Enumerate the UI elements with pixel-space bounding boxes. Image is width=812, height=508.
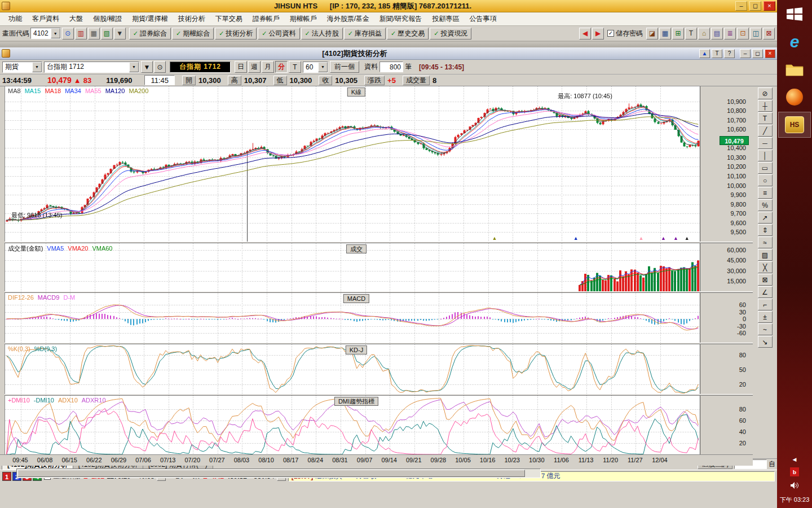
quick-button-6[interactable]: ✓歷史交易 [387,28,429,40]
tag-button[interactable]: T [712,49,722,58]
save-icon[interactable]: ▦ [88,28,100,40]
period-button-3[interactable]: 分 [275,61,288,73]
market-select[interactable]: 期貨 ▼ [2,62,42,73]
scrollbar-thumb[interactable] [17,470,525,477]
print-icon[interactable]: ▥ [75,28,87,40]
chart-scrollbar[interactable] [16,468,541,478]
grid-icon[interactable]: ▦ [659,28,671,40]
period-button-2[interactable]: 月 [262,61,274,73]
symbol-dropdown-icon[interactable]: ▼ [141,61,153,73]
screen-code-combo[interactable]: 4102 ▼ [30,28,61,39]
list-icon[interactable]: ▤ [711,28,723,40]
taskbar-clock[interactable]: 下午 03:23 [780,491,810,508]
delete-drawing-icon[interactable]: ⊠ [758,274,773,286]
chevron-down-icon[interactable]: ▼ [318,62,328,72]
vertical-line-icon[interactable]: │ [758,150,773,161]
price-chart-canvas[interactable] [5,86,700,242]
next-screen-icon[interactable]: ▶ [592,28,604,40]
period-button-1[interactable]: 週 [248,61,261,73]
previous-button[interactable]: 前一個 [330,61,359,73]
start-button[interactable] [778,1,811,27]
hts-taskbar-icon[interactable]: HS [778,112,811,138]
media-player-icon[interactable] [778,84,811,110]
volume-icon[interactable] [790,481,799,491]
internet-explorer-icon[interactable]: e [778,29,811,55]
trendline-icon[interactable]: ╱ [758,125,773,137]
menu-item-5[interactable]: 技術分析 [173,12,210,25]
menu-item-9[interactable]: 海外股票/基金 [322,12,374,25]
wave-line-icon[interactable]: ≈ [758,237,773,248]
chevron-down-icon[interactable]: ▼ [51,28,60,38]
rectangle-icon[interactable]: ▭ [758,162,773,174]
chevron-down-icon[interactable]: ▼ [129,62,139,72]
more-options-icon[interactable]: ▼ [114,28,126,40]
symbol-search-icon[interactable]: ⊙ [154,61,166,73]
quick-button-2[interactable]: ✓技術分析 [215,28,257,40]
chevron-down-icon[interactable]: ▼ [32,62,42,72]
tray-app-icon[interactable]: b [790,467,799,476]
search-icon[interactable]: ⊙ [62,28,74,40]
symbol-select[interactable]: 台指期 1712 ▼ [44,62,139,73]
annotate-icon[interactable]: ◪ [646,28,658,40]
menu-item-3[interactable]: 個股/權證 [88,12,127,25]
disable-draw-icon[interactable]: ⊘ [758,87,773,99]
parallel-channel-icon[interactable]: ≡ [758,187,773,199]
menu-item-8[interactable]: 期權帳戶 [285,12,322,25]
arrow-line-icon[interactable]: ↗ [758,212,773,224]
interval-select[interactable]: 60 ▼ [303,62,328,73]
quick-button-7[interactable]: ✓投資現況 [430,28,471,40]
window-restore-button[interactable]: ◻ [752,49,763,58]
menu-item-1[interactable]: 客戶資料 [27,12,64,25]
file-explorer-icon[interactable] [778,56,811,82]
menu-item-12[interactable]: 公告事項 [464,12,501,25]
quick-button-0[interactable]: ✓證券綜合 [129,28,171,40]
regression-icon[interactable]: ⇕ [758,224,773,236]
help-button[interactable]: ? [724,49,735,58]
minimize-button[interactable]: – [735,1,747,11]
text-tool-icon[interactable]: T [685,28,697,40]
quick-button-1[interactable]: ✓期權綜合 [172,28,214,40]
menu-item-10[interactable]: 新聞/研究報告 [374,12,427,25]
period-button-4[interactable]: T [289,61,301,73]
close-button[interactable]: × [764,1,775,11]
save-password-toggle[interactable]: ✓ 儲存密碼 [607,29,643,38]
menu-item-11[interactable]: 投顧專區 [427,12,464,25]
checkbox-checked-icon[interactable]: ✓ [607,30,614,37]
ellipse-icon[interactable]: ○ [758,174,773,186]
percent-line-icon[interactable]: % [758,199,773,211]
restore-button[interactable]: ◻ [749,1,761,11]
data-count-field[interactable]: 800 [379,62,403,72]
add-window-icon[interactable]: ⊞ [672,28,684,40]
horizontal-line-icon[interactable]: ─ [758,137,773,149]
crosshair-icon[interactable]: ┼ [758,100,773,112]
stddev-channel-icon[interactable]: ± [758,311,773,323]
gann-line-icon[interactable]: ⌐ [758,299,773,310]
fibonacci-grid-icon[interactable]: ▨ [758,249,773,261]
prev-screen-icon[interactable]: ◀ [579,28,591,40]
zigzag-icon[interactable]: ~ [758,323,773,335]
menu-item-2[interactable]: 大盤 [64,12,88,25]
show-hidden-icons[interactable]: ◀ [793,457,797,462]
layers-icon[interactable]: ≣ [724,28,736,40]
angle-line-icon[interactable]: ∠ [758,286,773,298]
menu-item-4[interactable]: 期貨/選擇權 [127,12,173,25]
window-close-button[interactable]: × [765,49,775,58]
quick-button-4[interactable]: ✓法人持股 [301,28,343,40]
pin-button[interactable]: ▲ [699,49,710,58]
menu-item-6[interactable]: 下單交易 [210,12,248,25]
cross-lines-icon[interactable]: ╳ [758,261,773,273]
export-icon[interactable]: ▧ [101,28,113,40]
quick-button-5[interactable]: ✓庫存損益 [344,28,386,40]
quick-button-3[interactable]: ✓公司資料 [258,28,299,40]
window-minimize-button[interactable]: – [740,49,751,58]
period-button-0[interactable]: 日 [235,61,247,73]
home-icon[interactable]: ⌂ [698,28,710,40]
close-window-icon[interactable]: ⊠ [763,28,775,40]
text-annotation-icon[interactable]: T [758,112,773,124]
extend-line-icon[interactable]: ↘ [758,336,773,348]
calc-icon[interactable]: ⊡ [737,28,749,40]
menu-item-0[interactable]: 功能 [3,12,27,25]
split-window-icon[interactable]: ◫ [750,28,762,40]
menu-item-7[interactable]: 證券帳戶 [248,12,285,25]
status-number-1[interactable]: 1 [2,472,11,481]
